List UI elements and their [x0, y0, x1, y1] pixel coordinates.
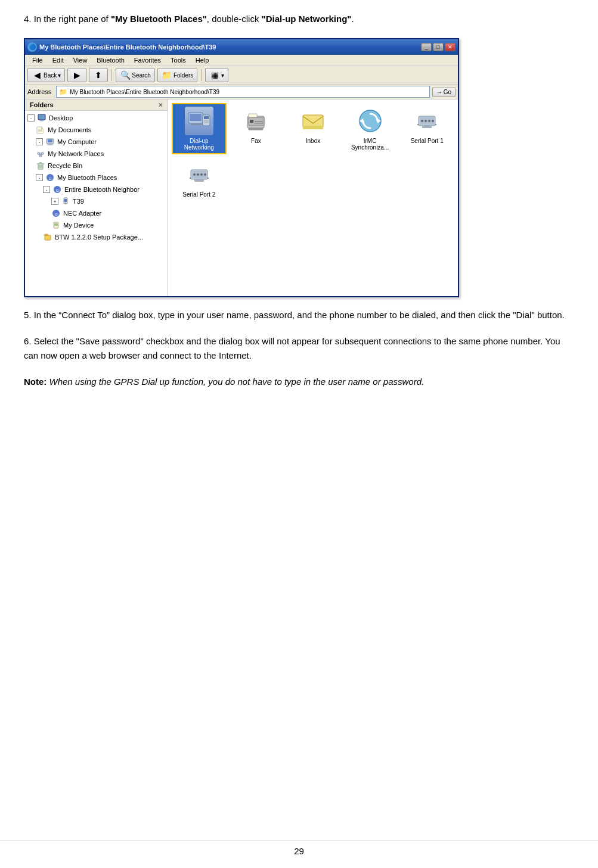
folders-icon: 📁: [162, 70, 172, 80]
toolbar: ◀ Back ▾ ▶ ⬆ 🔍 Search 📁 Folders ▦ ▾: [25, 66, 458, 85]
svg-rect-38: [191, 123, 203, 125]
folders-button[interactable]: 📁 Folders: [157, 68, 197, 82]
serial1-label: Serial Port 1: [411, 138, 444, 144]
svg-rect-50: [249, 128, 263, 130]
menu-favorites[interactable]: Favorites: [129, 55, 166, 65]
step6-text: 6. Select the "Save password" checkbox a…: [24, 334, 574, 363]
step4-suffix: .: [351, 14, 354, 24]
address-field[interactable]: 📁 My Bluetooth Places\Entire Bluetooth N…: [56, 86, 429, 98]
window-title: My Bluetooth Places\Entire Bluetooth Nei…: [39, 43, 216, 51]
svg-rect-71: [194, 179, 204, 182]
note-body: When using the GPRS Dial up function, yo…: [47, 377, 424, 387]
title-bar-left: 🔵 My Bluetooth Places\Entire Bluetooth N…: [27, 42, 216, 52]
up-icon: ⬆: [93, 70, 104, 80]
menu-edit[interactable]: Edit: [48, 55, 69, 65]
back-button[interactable]: ◀ Back ▾: [27, 68, 65, 82]
expander-my-computer[interactable]: -: [36, 138, 43, 145]
t39-icon: [61, 197, 70, 206]
bluetooth-folder-icon: ⎄: [45, 173, 55, 182]
dialup-icon: [185, 107, 213, 135]
maximize-button[interactable]: □: [433, 43, 444, 51]
close-button[interactable]: ✕: [445, 43, 456, 51]
menu-bar: File Edit View Bluetooth Favorites Tools…: [25, 55, 458, 66]
serial1-icon: [413, 107, 441, 135]
file-serial2[interactable]: Serial Port 2: [173, 158, 225, 200]
svg-rect-1: [39, 120, 44, 121]
serial2-icon: [185, 160, 213, 189]
file-inbox[interactable]: Inbox: [287, 104, 339, 153]
serial2-label: Serial Port 2: [182, 191, 215, 198]
folders-panel: Folders ✕ - Desktop My Document: [25, 99, 168, 296]
folder-nec-label: NEC Adapter: [63, 210, 101, 217]
svg-point-68: [197, 173, 199, 176]
step4-text: 4. In the right pane of "My Bluetooth Pl…: [24, 12, 574, 26]
forward-button[interactable]: ▶: [67, 68, 86, 82]
folder-network[interactable]: My Network Places: [25, 148, 168, 160]
svg-rect-2: [41, 121, 43, 122]
file-serial1[interactable]: Serial Port 1: [401, 104, 453, 153]
svg-rect-19: [39, 162, 42, 163]
folder-recycle[interactable]: Recycle Bin: [25, 160, 168, 172]
file-fax[interactable]: Fax: [230, 104, 283, 153]
expander-t39[interactable]: +: [51, 198, 58, 205]
toolbar-separator-1: [111, 69, 112, 81]
recycle-icon: [36, 161, 45, 170]
expander-desktop[interactable]: -: [27, 114, 35, 122]
svg-rect-52: [303, 126, 323, 129]
expander-bluetooth[interactable]: -: [36, 174, 43, 181]
folder-desktop[interactable]: - Desktop: [25, 112, 168, 124]
explorer-content: Folders ✕ - Desktop My Document: [25, 99, 458, 296]
svg-point-58: [421, 120, 423, 122]
folder-my-documents[interactable]: My Documents: [25, 124, 168, 136]
menu-view[interactable]: View: [69, 55, 92, 65]
search-button[interactable]: 🔍 Search: [116, 68, 155, 82]
forward-icon: ▶: [72, 70, 82, 80]
svg-point-67: [193, 173, 196, 176]
svg-point-61: [432, 120, 434, 122]
menu-bluetooth[interactable]: Bluetooth: [92, 55, 129, 65]
menu-help[interactable]: Help: [191, 55, 214, 65]
page-footer: 29: [0, 841, 598, 856]
folder-my-device[interactable]: My Device: [25, 219, 168, 231]
folder-nec[interactable]: ⎄ NEC Adapter: [25, 207, 168, 219]
folder-bluetooth-entire[interactable]: - ⎄ Entire Bluetooth Neighbor: [25, 183, 168, 195]
svg-marker-4: [37, 127, 44, 133]
svg-rect-35: [45, 234, 48, 236]
svg-rect-34: [45, 235, 51, 240]
step4-highlight1: "My Bluetooth Places": [111, 14, 207, 24]
go-button[interactable]: → Go: [432, 88, 456, 97]
folders-list[interactable]: - Desktop My Documents -: [25, 111, 168, 290]
folder-btw[interactable]: BTW 1.2.2.0 Setup Package...: [25, 231, 168, 243]
sync-icon: [356, 107, 385, 135]
minimize-button[interactable]: _: [421, 43, 432, 51]
step4-highlight2: "Dial-up Networking": [262, 14, 352, 24]
note-label: Note:: [24, 377, 47, 387]
svg-point-60: [428, 120, 430, 122]
svg-point-59: [425, 120, 427, 122]
step5-text: 5. In the “Connect To” dialog box, type …: [24, 308, 574, 322]
page-number: 29: [294, 846, 304, 856]
file-dialup[interactable]: Dial-up Networking: [173, 104, 225, 153]
folder-my-computer[interactable]: - My Computer: [25, 136, 168, 148]
svg-rect-33: [54, 223, 58, 226]
svg-rect-47: [250, 120, 253, 123]
svg-rect-18: [37, 163, 44, 164]
expander-entire[interactable]: -: [43, 186, 50, 193]
file-sync[interactable]: IrMC Synchroniza...: [344, 104, 396, 153]
folder-my-device-label: My Device: [63, 222, 94, 229]
up-button[interactable]: ⬆: [89, 68, 108, 82]
views-button[interactable]: ▦ ▾: [205, 68, 228, 82]
go-label: Go: [444, 89, 451, 95]
menu-tools[interactable]: Tools: [166, 55, 191, 65]
folder-t39-label: T39: [73, 198, 84, 205]
nec-icon: ⎄: [51, 209, 61, 218]
svg-rect-0: [38, 114, 45, 120]
menu-file[interactable]: File: [27, 55, 48, 65]
folder-bluetooth[interactable]: - ⎄ My Bluetooth Places: [25, 172, 168, 183]
fax-label: Fax: [251, 138, 261, 144]
inbox-label: Inbox: [306, 138, 320, 144]
folder-t39[interactable]: + T39: [25, 195, 168, 207]
folder-btw-label: BTW 1.2.2.0 Setup Package...: [55, 234, 143, 241]
folders-close-button[interactable]: ✕: [158, 102, 163, 108]
explorer-window: 🔵 My Bluetooth Places\Entire Bluetooth N…: [24, 38, 459, 297]
